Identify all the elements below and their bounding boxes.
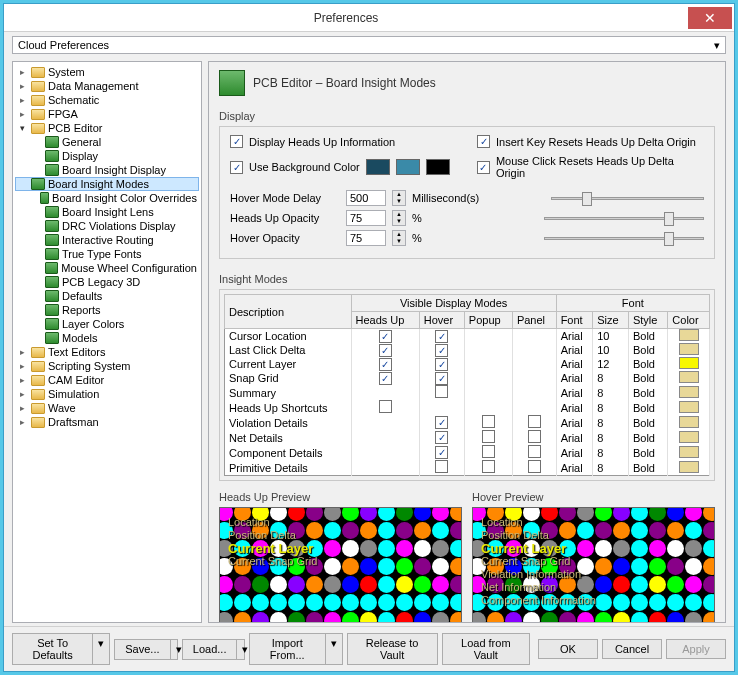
table-checkbox[interactable] [435,460,448,473]
tree-item-text-editors[interactable]: Text Editors [15,345,199,359]
mouse-click-label: Mouse Click Resets Heads Up Delta Origin [496,155,704,179]
tree-item-board-insight-modes[interactable]: Board Insight Modes [15,177,199,191]
hover-delay-slider[interactable] [551,190,704,206]
table-row[interactable]: Primitive DetailsArial8Bold [225,460,710,476]
table-row[interactable]: Net DetailsArial8Bold [225,430,710,445]
tree-item-wave[interactable]: Wave [15,401,199,415]
save-button[interactable]: Save...▾ [114,639,178,660]
cancel-button[interactable]: Cancel [602,639,662,659]
hover-delay-spinner[interactable]: ▲▼ [392,190,406,206]
folder-icon [31,361,45,372]
tree-item-schematic[interactable]: Schematic [15,93,199,107]
set-defaults-button[interactable]: Set To Defaults▾ [12,633,110,665]
table-checkbox[interactable] [482,445,495,458]
table-row[interactable]: Component DetailsArial8Bold [225,445,710,460]
table-checkbox[interactable] [482,460,495,473]
tree-item-simulation[interactable]: Simulation [15,387,199,401]
close-button[interactable] [688,7,732,29]
tree-item-fpga[interactable]: FPGA [15,107,199,121]
heads-opacity-slider[interactable] [544,210,704,226]
table-row[interactable]: Cursor LocationArial10Bold [225,329,710,344]
hover-opacity-input[interactable]: 75 [346,230,386,246]
tree-item-system[interactable]: System [15,65,199,79]
release-to-vault-button[interactable]: Release to Vault [347,633,438,665]
folder-icon [31,417,45,428]
tree-item-general[interactable]: General [15,135,199,149]
table-checkbox[interactable] [435,330,448,343]
table-checkbox[interactable] [435,358,448,371]
pcb-icon [45,318,59,330]
table-checkbox[interactable] [435,416,448,429]
hover-delay-input[interactable]: 500 [346,190,386,206]
tree-item-mouse-wheel-configuration[interactable]: Mouse Wheel Configuration [15,261,199,275]
table-row[interactable]: SummaryArial8Bold [225,385,710,400]
heads-opacity-spinner[interactable]: ▲▼ [392,210,406,226]
tree-item-layer-colors[interactable]: Layer Colors [15,317,199,331]
heads-up-preview-label: Heads Up Preview [219,491,462,503]
tree-item-board-insight-color-overrides[interactable]: Board Insight Color Overrides [15,191,199,205]
table-checkbox[interactable] [379,358,392,371]
apply-button[interactable]: Apply [666,639,726,659]
table-row[interactable]: Violation DetailsArial8Bold [225,415,710,430]
insert-key-checkbox[interactable] [477,135,490,148]
hover-opacity-slider[interactable] [544,230,704,246]
preferences-tree[interactable]: SystemData ManagementSchematicFPGAPCB Ed… [12,61,202,623]
bg-color-swatch-3[interactable] [426,159,450,175]
table-checkbox[interactable] [482,430,495,443]
tree-item-models[interactable]: Models [15,331,199,345]
heads-opacity-unit: % [412,212,422,224]
tree-item-true-type-fonts[interactable]: True Type Fonts [15,247,199,261]
tree-item-board-insight-display[interactable]: Board Insight Display [15,163,199,177]
table-checkbox[interactable] [528,415,541,428]
bg-color-checkbox[interactable] [230,161,243,174]
hover-opacity-spinner[interactable]: ▲▼ [392,230,406,246]
table-checkbox[interactable] [528,460,541,473]
mouse-click-checkbox[interactable] [477,161,490,174]
ok-button[interactable]: OK [538,639,598,659]
page-title: PCB Editor – Board Insight Modes [253,76,436,90]
load-button[interactable]: Load...▾ [182,639,245,660]
cloud-preferences-select[interactable]: Cloud Preferences [12,36,726,54]
table-row[interactable]: Heads Up ShortcutsArial8Bold [225,400,710,415]
pcb-icon [45,290,59,302]
tree-item-scripting-system[interactable]: Scripting System [15,359,199,373]
table-checkbox[interactable] [435,372,448,385]
bg-color-swatch-2[interactable] [396,159,420,175]
table-checkbox[interactable] [435,385,448,398]
table-row[interactable]: Current LayerArial12Bold [225,357,710,371]
tree-item-defaults[interactable]: Defaults [15,289,199,303]
pcb-icon [45,332,59,344]
table-row[interactable]: Last Click DeltaArial10Bold [225,343,710,357]
table-checkbox[interactable] [379,400,392,413]
pcb-icon [45,262,59,274]
tree-item-cam-editor[interactable]: CAM Editor [15,373,199,387]
import-from-button[interactable]: Import From...▾ [249,633,343,665]
folder-icon [31,81,45,92]
content-panel: PCB Editor – Board Insight Modes Display… [208,61,726,623]
table-checkbox[interactable] [379,372,392,385]
table-checkbox[interactable] [379,330,392,343]
display-heads-up-checkbox[interactable] [230,135,243,148]
tree-item-interactive-routing[interactable]: Interactive Routing [15,233,199,247]
insight-modes-table[interactable]: DescriptionVisible Display ModesFontHead… [224,294,710,476]
tree-item-draftsman[interactable]: Draftsman [15,415,199,429]
table-row[interactable]: Snap GridArial8Bold [225,371,710,385]
load-from-vault-button[interactable]: Load from Vault [442,633,530,665]
tree-item-reports[interactable]: Reports [15,303,199,317]
tree-item-display[interactable]: Display [15,149,199,163]
table-checkbox[interactable] [482,415,495,428]
tree-item-board-insight-lens[interactable]: Board Insight Lens [15,205,199,219]
tree-item-pcb-legacy-3d[interactable]: PCB Legacy 3D [15,275,199,289]
table-checkbox[interactable] [435,446,448,459]
bg-color-swatch-1[interactable] [366,159,390,175]
tree-item-pcb-editor[interactable]: PCB Editor [15,121,199,135]
tree-item-data-management[interactable]: Data Management [15,79,199,93]
table-checkbox[interactable] [435,344,448,357]
table-checkbox[interactable] [435,431,448,444]
heads-opacity-input[interactable]: 75 [346,210,386,226]
insight-section-label: Insight Modes [219,269,715,289]
table-checkbox[interactable] [379,344,392,357]
table-checkbox[interactable] [528,430,541,443]
table-checkbox[interactable] [528,445,541,458]
tree-item-drc-violations-display[interactable]: DRC Violations Display [15,219,199,233]
